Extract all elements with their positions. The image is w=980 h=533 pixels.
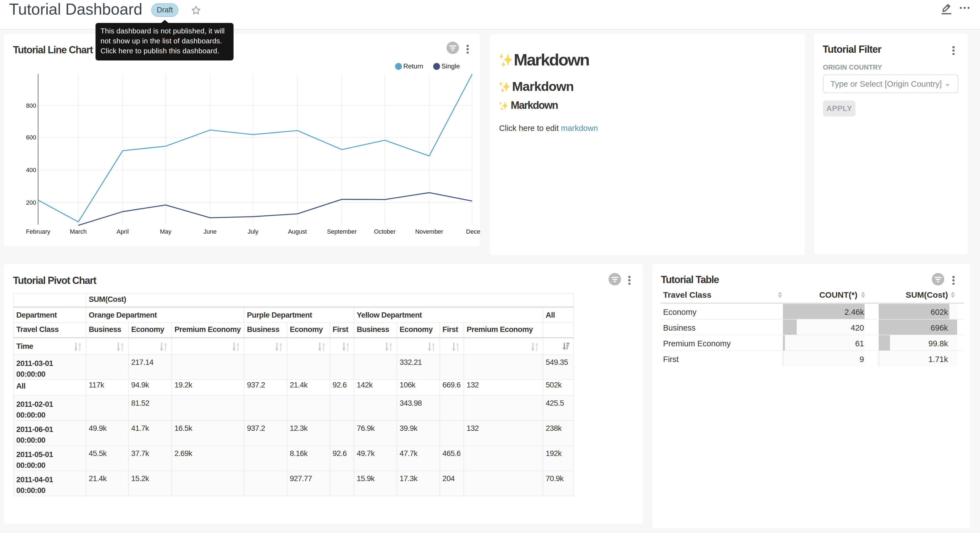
svg-text:800: 800 bbox=[26, 102, 36, 109]
svg-text:April: April bbox=[116, 228, 129, 235]
svg-text:Dece: Dece bbox=[466, 228, 480, 235]
svg-text:August: August bbox=[288, 228, 307, 235]
svg-text:June: June bbox=[204, 228, 217, 235]
svg-text:March: March bbox=[70, 228, 87, 235]
svg-text:600: 600 bbox=[26, 134, 36, 141]
svg-text:November: November bbox=[415, 228, 443, 235]
svg-text:May: May bbox=[160, 228, 172, 235]
svg-text:October: October bbox=[374, 228, 396, 235]
svg-text:July: July bbox=[248, 228, 258, 235]
svg-text:February: February bbox=[26, 228, 50, 235]
svg-text:200: 200 bbox=[26, 199, 36, 206]
svg-text:400: 400 bbox=[26, 166, 36, 174]
svg-text:September: September bbox=[327, 228, 357, 235]
